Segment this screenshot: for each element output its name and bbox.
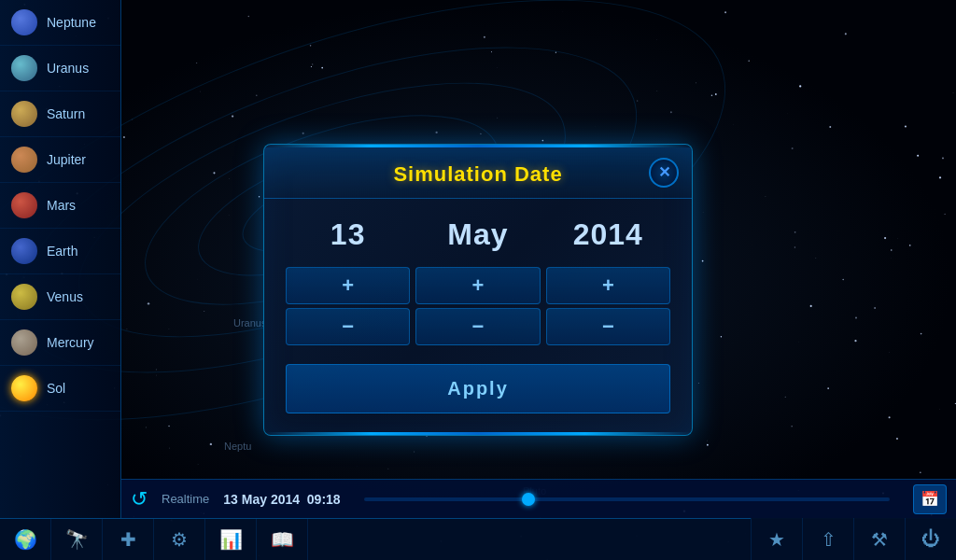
simulation-date-modal: Simulation Date ✕ 13 May 2014 +	[263, 144, 693, 436]
year-value: 2014	[573, 217, 643, 251]
day-decrement-button[interactable]: −	[286, 308, 410, 345]
modal-title: Simulation Date	[393, 162, 562, 187]
year-decrement-button[interactable]: −	[546, 308, 670, 345]
modal-close-button[interactable]: ✕	[649, 158, 679, 188]
year-display: 2014	[543, 217, 673, 252]
year-spinner: + −	[543, 267, 673, 345]
day-value: 13	[330, 217, 366, 251]
day-increment-button[interactable]: +	[286, 267, 410, 304]
month-decrement-button[interactable]: −	[415, 308, 540, 345]
date-spinners: + − + − + −	[283, 267, 673, 345]
modal-header: Simulation Date ✕	[264, 147, 692, 199]
day-spinner: + −	[283, 267, 413, 345]
month-increment-button[interactable]: +	[415, 267, 540, 304]
month-spinner: + −	[413, 267, 542, 345]
modal-body: 13 May 2014 + − + −	[264, 199, 692, 432]
apply-button[interactable]: Apply	[286, 364, 670, 413]
date-display: 13 May 2014	[283, 217, 673, 252]
month-display: May	[413, 217, 542, 252]
year-increment-button[interactable]: +	[546, 267, 670, 304]
day-display: 13	[283, 217, 413, 252]
modal-bottom-accent	[264, 432, 692, 435]
month-value: May	[447, 217, 508, 251]
modal-overlay: Simulation Date ✕ 13 May 2014 +	[0, 0, 956, 560]
